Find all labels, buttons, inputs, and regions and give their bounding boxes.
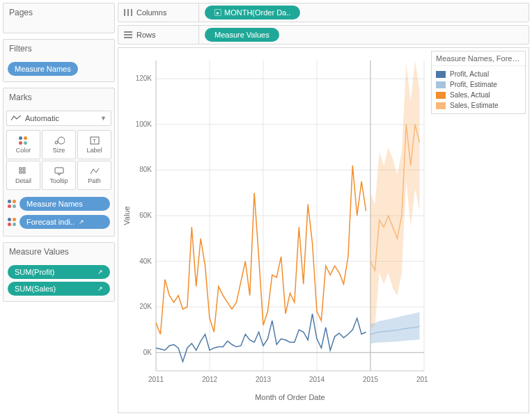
legend-swatch [436, 81, 446, 88]
marks-pill-forecast[interactable]: Forecast indi..↗ [19, 215, 110, 229]
legend-item[interactable]: Sales, Estimate [436, 100, 521, 111]
svg-text:2014: 2014 [309, 376, 325, 383]
svg-rect-8 [55, 168, 63, 173]
marks-card-tooltip[interactable]: Tooltip [42, 161, 76, 190]
rows-icon [124, 31, 132, 38]
marks-card-color[interactable]: Color [6, 130, 40, 159]
svg-rect-4 [19, 168, 22, 170]
color-icon [19, 136, 28, 145]
svg-text:60K: 60K [139, 211, 152, 219]
columns-pill[interactable]: ▸MONTH(Order Da.. [205, 6, 300, 19]
measure-values-title: Measure Values [3, 243, 114, 262]
legend-swatch [436, 92, 446, 99]
columns-icon [124, 9, 132, 16]
svg-text:0K: 0K [143, 349, 152, 356]
svg-text:120K: 120K [136, 74, 152, 82]
label-icon: T [89, 136, 100, 145]
detail-icon [18, 166, 29, 176]
svg-rect-12 [124, 31, 132, 33]
svg-text:2015: 2015 [363, 376, 379, 383]
measure-values-shelf[interactable]: Measure Values SUM(Profit)↗ SUM(Sales)↗ [3, 242, 115, 302]
filters-shelf[interactable]: Filters Measure Names [3, 39, 115, 82]
rows-pill[interactable]: Measure Values [205, 28, 279, 42]
filter-pill-measure-names[interactable]: Measure Names [8, 62, 78, 76]
marks-type-select[interactable]: Automatic ▼ [6, 111, 111, 126]
color-icon-small [8, 218, 17, 227]
marks-card-path[interactable]: Path [77, 161, 111, 190]
svg-point-0 [55, 141, 58, 144]
mv-pill-sales[interactable]: SUM(Sales)↗ [8, 282, 110, 296]
svg-text:2016: 2016 [416, 376, 428, 383]
color-icon-small [8, 200, 17, 209]
svg-text:Month of Order Date: Month of Order Date [255, 393, 324, 401]
expand-icon: ▸ [214, 9, 221, 16]
legend-swatch [436, 71, 446, 78]
svg-rect-7 [23, 171, 25, 173]
columns-shelf[interactable]: Columns ▸MONTH(Order Da.. [118, 3, 529, 22]
svg-text:100K: 100K [136, 120, 152, 128]
svg-point-1 [58, 137, 65, 144]
svg-rect-11 [131, 9, 132, 16]
forecast-icon: ↗ [97, 269, 103, 275]
marks-card-size[interactable]: Size [42, 130, 76, 159]
pages-title: Pages [3, 3, 114, 23]
legend-item[interactable]: Sales, Actual [436, 90, 521, 100]
svg-text:20K: 20K [139, 303, 152, 310]
forecast-icon: ↗ [79, 218, 84, 225]
marks-title: Marks [3, 88, 114, 108]
tooltip-icon [54, 166, 65, 176]
marks-card-detail[interactable]: Detail [6, 161, 40, 190]
svg-rect-10 [127, 9, 129, 16]
marks-pill-measure-names[interactable]: Measure Names [19, 197, 110, 211]
svg-text:80K: 80K [139, 166, 152, 173]
legend-item[interactable]: Profit, Estimate [436, 79, 521, 90]
path-icon [89, 166, 100, 176]
marks-shelf: Marks Automatic ▼ Color Size T [3, 88, 115, 237]
svg-text:T: T [93, 138, 96, 144]
chevron-down-icon: ▼ [100, 115, 107, 122]
chart[interactable]: 0K20K40K60K80K100K120K201120122013201420… [118, 48, 428, 413]
svg-rect-13 [124, 34, 132, 35]
svg-rect-14 [124, 37, 132, 38]
svg-rect-9 [124, 9, 125, 16]
mv-pill-profit[interactable]: SUM(Profit)↗ [8, 265, 110, 279]
legend[interactable]: Measure Names, Forec... Profit, ActualPr… [431, 51, 526, 114]
pages-shelf[interactable]: Pages [3, 3, 115, 33]
svg-rect-5 [23, 168, 25, 170]
legend-item[interactable]: Profit, Actual [436, 69, 521, 79]
marks-card-label[interactable]: T Label [77, 130, 111, 159]
rows-shelf[interactable]: Rows Measure Values [118, 25, 529, 45]
svg-rect-6 [19, 171, 22, 173]
line-icon [11, 115, 21, 122]
legend-swatch [436, 102, 446, 109]
svg-text:Value: Value [123, 206, 131, 225]
filters-title: Filters [3, 40, 114, 59]
size-icon [54, 136, 65, 145]
svg-text:40K: 40K [139, 257, 152, 265]
svg-text:2013: 2013 [256, 376, 272, 383]
legend-title: Measure Names, Forec... [432, 51, 525, 66]
svg-text:2012: 2012 [202, 376, 218, 383]
svg-text:2011: 2011 [148, 376, 164, 383]
forecast-icon: ↗ [97, 285, 103, 292]
